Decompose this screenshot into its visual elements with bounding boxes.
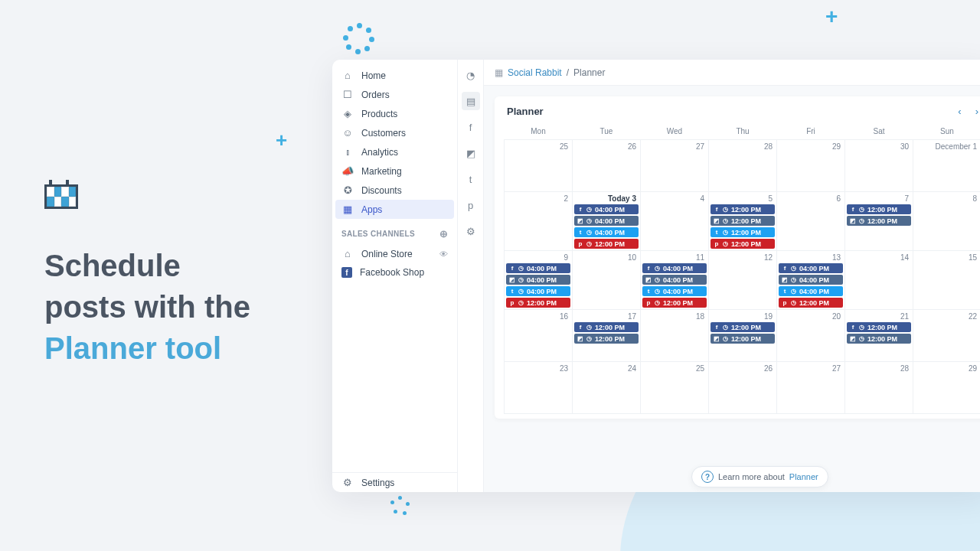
scheduled-post-fb[interactable]: f◷12:00 PM <box>710 204 775 214</box>
sidebar-item-products[interactable]: ◈Products <box>332 104 457 123</box>
pn-icon: p <box>577 241 583 247</box>
scheduled-post-pn[interactable]: p◷12:00 PM <box>642 298 707 308</box>
calendar-cell[interactable]: 19f◷12:00 PM◩◷12:00 PM <box>709 310 777 362</box>
post-time: 12:00 PM <box>867 335 897 343</box>
scheduled-post-fb[interactable]: f◷04:00 PM <box>506 263 570 273</box>
strip-icon-0[interactable]: ◔ <box>462 66 480 84</box>
calendar-icon <box>44 180 78 209</box>
section-label-text: SALES CHANNELS <box>341 230 415 238</box>
calendar-cell[interactable]: 27 <box>641 140 709 192</box>
scheduled-post-ig[interactable]: ◩◷04:00 PM <box>506 275 570 285</box>
strip-icon-2[interactable]: f <box>462 118 480 136</box>
day-number: 28 <box>900 364 909 373</box>
tool-strip: ◔▤f◩tp⚙ <box>458 60 484 492</box>
scheduled-post-pn[interactable]: p◷12:00 PM <box>506 298 570 308</box>
scheduled-post-ig[interactable]: ◩◷04:00 PM <box>642 275 707 285</box>
sidebar-item-marketing[interactable]: 📣Marketing <box>332 161 457 181</box>
scheduled-post-tw[interactable]: t◷04:00 PM <box>506 286 570 296</box>
headline-line-3: Planner tool <box>44 328 250 369</box>
post-time: 04:00 PM <box>663 276 693 284</box>
scheduled-post-ig[interactable]: ◩◷12:00 PM <box>710 334 775 344</box>
sidebar-item-settings[interactable]: ⚙ Settings <box>332 472 457 492</box>
calendar-cell[interactable]: 5f◷12:00 PM◩◷12:00 PMt◷12:00 PMp◷12:00 P… <box>709 192 777 251</box>
calendar-cell[interactable]: 25 <box>505 140 573 192</box>
sidebar-item-home[interactable]: ⌂Home <box>332 66 457 85</box>
calendar-cell[interactable]: 28 <box>709 140 777 192</box>
calendar-cell[interactable]: 2 <box>505 192 573 251</box>
calendar-cell[interactable]: 22 <box>913 310 981 362</box>
calendar-cell[interactable]: December 1 <box>913 140 981 192</box>
calendar-cell[interactable]: 26 <box>709 362 777 414</box>
scheduled-post-pn[interactable]: p◷12:00 PM <box>779 298 843 308</box>
scheduled-post-pn[interactable]: p◷12:00 PM <box>710 239 775 249</box>
calendar-cell[interactable]: 13f◷04:00 PM◩◷04:00 PMt◷04:00 PMp◷12:00 … <box>777 251 845 310</box>
calendar-cell[interactable]: 28 <box>845 362 913 414</box>
sidebar-item-discounts[interactable]: ✪Discounts <box>332 181 457 200</box>
scheduled-post-fb[interactable]: f◷12:00 PM <box>710 322 775 332</box>
scheduled-post-fb[interactable]: f◷04:00 PM <box>779 263 843 273</box>
calendar-cell[interactable]: 29 <box>913 362 981 414</box>
calendar-cell[interactable]: 8 <box>913 192 981 251</box>
scheduled-post-tw[interactable]: t◷04:00 PM <box>642 286 707 296</box>
scheduled-post-ig[interactable]: ◩◷12:00 PM <box>847 216 911 226</box>
calendar-cell[interactable]: 30 <box>845 140 913 192</box>
learn-link[interactable]: Planner <box>789 472 818 481</box>
calendar-cell[interactable]: 17f◷12:00 PM◩◷12:00 PM <box>573 310 641 362</box>
scheduled-post-ig[interactable]: ◩◷04:00 PM <box>779 275 843 285</box>
strip-icon-6[interactable]: ⚙ <box>462 222 480 240</box>
next-month-button[interactable]: › <box>975 106 978 117</box>
strip-icon-5[interactable]: p <box>462 196 480 214</box>
headline-line-1: Schedule <box>44 245 250 286</box>
scheduled-post-ig[interactable]: ◩◷12:00 PM <box>710 216 775 226</box>
scheduled-post-fb[interactable]: f◷12:00 PM <box>847 204 911 214</box>
strip-icon-3[interactable]: ◩ <box>462 144 480 162</box>
scheduled-post-fb[interactable]: f◷12:00 PM <box>574 322 639 332</box>
calendar-cell[interactable]: 25 <box>641 362 709 414</box>
calendar-cell[interactable]: 21f◷12:00 PM◩◷12:00 PM <box>845 310 913 362</box>
calendar-cell[interactable]: 4 <box>641 192 709 251</box>
sidebar-item-label: Orders <box>361 90 390 100</box>
calendar-cell[interactable]: 16 <box>505 310 573 362</box>
calendar-cell[interactable]: 14 <box>845 251 913 310</box>
calendar-cell[interactable]: 18 <box>641 310 709 362</box>
channel-item-facebook-shop[interactable]: fFacebook Shop <box>332 263 457 282</box>
calendar-cell[interactable]: 7f◷12:00 PM◩◷12:00 PM <box>845 192 913 251</box>
calendar-cell[interactable]: 24 <box>573 362 641 414</box>
calendar-cell[interactable]: 29 <box>777 140 845 192</box>
sidebar-item-orders[interactable]: ☐Orders <box>332 85 457 104</box>
learn-more-pill[interactable]: ? Learn more about Planner <box>691 466 828 487</box>
add-channel-icon[interactable]: ⊕ <box>439 228 448 240</box>
calendar-cell[interactable]: 20 <box>777 310 845 362</box>
calendar-cell[interactable]: 15 <box>913 251 981 310</box>
scheduled-post-pn[interactable]: p◷12:00 PM <box>574 239 639 249</box>
calendar-cell[interactable]: 9f◷04:00 PM◩◷04:00 PMt◷04:00 PMp◷12:00 P… <box>505 251 573 310</box>
calendar-cell[interactable]: 10 <box>573 251 641 310</box>
scheduled-post-tw[interactable]: t◷12:00 PM <box>710 227 775 237</box>
sidebar-item-apps[interactable]: ▦Apps <box>335 200 454 219</box>
prev-month-button[interactable]: ‹ <box>958 106 961 117</box>
scheduled-post-fb[interactable]: f◷04:00 PM <box>642 263 707 273</box>
scheduled-post-ig[interactable]: ◩◷12:00 PM <box>847 334 911 344</box>
breadcrumb-root[interactable]: Social Rabbit <box>508 67 562 78</box>
scheduled-post-ig[interactable]: ◩◷12:00 PM <box>574 334 639 344</box>
strip-icon-1[interactable]: ▤ <box>462 92 480 110</box>
scheduled-post-tw[interactable]: t◷04:00 PM <box>574 227 639 237</box>
calendar-cell[interactable]: 23 <box>505 362 573 414</box>
scheduled-post-fb[interactable]: f◷12:00 PM <box>847 322 911 332</box>
calendar-cell[interactable]: 27 <box>777 362 845 414</box>
day-number: 6 <box>836 194 841 203</box>
calendar-cell[interactable]: Today 3f◷04:00 PM◩◷04:00 PMt◷04:00 PMp◷1… <box>573 192 641 251</box>
calendar-cell[interactable]: 6 <box>777 192 845 251</box>
calendar-cell[interactable]: 11f◷04:00 PM◩◷04:00 PMt◷04:00 PMp◷12:00 … <box>641 251 709 310</box>
sidebar-item-customers[interactable]: ☺Customers <box>332 123 457 142</box>
calendar-cell[interactable]: 12 <box>709 251 777 310</box>
scheduled-post-fb[interactable]: f◷04:00 PM <box>574 204 639 214</box>
scheduled-post-ig[interactable]: ◩◷04:00 PM <box>574 216 639 226</box>
eye-icon[interactable]: 👁 <box>439 249 448 259</box>
strip-icon-4[interactable]: t <box>462 170 480 188</box>
headline-line-2: posts with the <box>44 286 250 328</box>
scheduled-post-tw[interactable]: t◷04:00 PM <box>779 286 843 296</box>
sidebar-item-analytics[interactable]: ⫾Analytics <box>332 142 457 161</box>
channel-item-online-store[interactable]: ⌂Online Store👁 <box>332 244 457 263</box>
calendar-cell[interactable]: 26 <box>573 140 641 192</box>
